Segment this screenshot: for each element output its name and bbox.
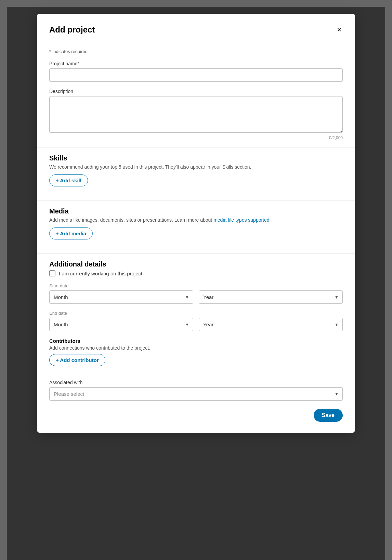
start-date-row: Month January February March April May J… <box>49 290 343 304</box>
end-month-wrapper: Month January February March April May J… <box>49 318 193 331</box>
skills-section: Skills We recommend adding your top 5 us… <box>49 154 343 193</box>
start-date-group: Start date Month January February March … <box>49 283 343 304</box>
media-title: Media <box>49 207 343 215</box>
associated-with-wrapper: Please select ▼ <box>49 387 343 401</box>
end-date-row: Month January February March April May J… <box>49 318 343 331</box>
additional-details-section: Additional details I am currently workin… <box>49 260 343 401</box>
contributors-section: Contributors Add connections who contrib… <box>49 338 343 373</box>
additional-divider <box>37 253 355 253</box>
skills-description: We recommend adding your top 5 used in t… <box>49 164 343 170</box>
currently-working-label[interactable]: I am currently working on this project <box>59 271 142 276</box>
add-media-button[interactable]: + Add media <box>49 227 93 239</box>
media-section: Media Add media like images, documents, … <box>49 207 343 246</box>
end-month-select[interactable]: Month January February March April May J… <box>49 318 193 331</box>
modal-overlay: Add project × * Indicates required Proje… <box>7 7 385 560</box>
start-year-select[interactable]: Year <box>199 290 343 304</box>
associated-with-label: Associated with <box>49 380 343 385</box>
description-group: Description 0/2,000 <box>49 89 343 140</box>
end-date-label: End date <box>49 311 343 316</box>
end-year-wrapper: Year ▼ <box>199 318 343 331</box>
media-description: Add media like images, documents, sites … <box>49 217 343 223</box>
additional-details-title: Additional details <box>49 260 343 268</box>
media-file-types-link[interactable]: media file types supported <box>213 217 269 223</box>
end-date-group: End date Month January February March Ap… <box>49 311 343 331</box>
start-month-wrapper: Month January February March April May J… <box>49 290 193 304</box>
add-skill-button[interactable]: + Add skill <box>49 174 88 186</box>
description-label: Description <box>49 89 343 94</box>
media-description-text: Add media like images, documents, sites … <box>49 217 213 223</box>
save-button[interactable]: Save <box>314 409 343 422</box>
skills-divider <box>37 147 355 147</box>
required-note: * Indicates required <box>49 49 343 54</box>
start-month-select[interactable]: Month January February March April May J… <box>49 290 193 304</box>
contributors-description: Add connections who contributed to the p… <box>49 345 343 351</box>
project-name-group: Project name* <box>49 61 343 82</box>
add-contributor-button[interactable]: + Add contributor <box>49 354 105 366</box>
project-name-label: Project name* <box>49 61 343 66</box>
modal-header: Add project × <box>49 25 343 35</box>
skills-title: Skills <box>49 154 343 162</box>
modal-title: Add project <box>49 25 95 35</box>
char-count: 0/2,000 <box>49 135 343 140</box>
start-year-wrapper: Year ▼ <box>199 290 343 304</box>
currently-working-row: I am currently working on this project <box>49 270 343 276</box>
media-divider <box>37 200 355 200</box>
modal-dialog: Add project × * Indicates required Proje… <box>37 14 355 433</box>
associated-with-select[interactable]: Please select <box>49 387 343 401</box>
description-textarea[interactable] <box>49 96 343 133</box>
currently-working-checkbox[interactable] <box>49 270 55 276</box>
close-button[interactable]: × <box>336 25 343 35</box>
contributors-title: Contributors <box>49 338 343 344</box>
header-divider <box>37 42 355 42</box>
start-date-label: Start date <box>49 283 343 288</box>
end-year-select[interactable]: Year <box>199 318 343 331</box>
project-name-input[interactable] <box>49 68 343 82</box>
associated-with-group: Associated with Please select ▼ <box>49 380 343 401</box>
